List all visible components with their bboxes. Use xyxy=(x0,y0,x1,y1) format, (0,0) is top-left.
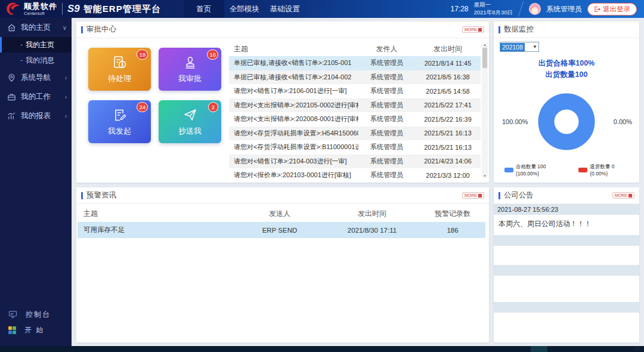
notice-item-empty xyxy=(494,235,639,265)
col-sender: 发件人 xyxy=(358,44,415,54)
tab-home[interactable]: 首页 xyxy=(184,0,224,18)
legend-pass: 合格数量 100 (100.00%) xyxy=(504,163,570,177)
col-subject: 主题 xyxy=(229,44,358,54)
alert-info-panel: 预警资讯 MORE 主题 发送人 发出时间 预警记录数 可用库存不足 ERP S… xyxy=(76,187,489,342)
chart-legend: 合格数量 100 (100.00%) 退货数量 0 (0.00%) xyxy=(500,162,633,180)
ship-qty-text: 出货数量100 xyxy=(500,69,633,81)
company-notice-panel: 公司公告 MORE 2021-08-27 15:56:23 本周六、周日公司活动… xyxy=(494,187,639,342)
more-grid-icon xyxy=(478,28,482,32)
approval-tiles: 待处理 19 我审批 16 我 xyxy=(76,38,227,183)
approval-row[interactable]: 请您对<销售订单>:2106-001进行[一审] 系统管理员 2021/6/5 … xyxy=(229,84,481,98)
row-sender: 系统管理员 xyxy=(358,129,415,138)
row-time: 2021/3/3 12:00 xyxy=(415,172,481,179)
s9-logo: S9 xyxy=(67,3,80,15)
approval-row[interactable]: 请您对<支出报销单>:202105-0002进行[审核] 系统管理员 2021/… xyxy=(229,98,481,113)
sidebar-item-my-home[interactable]: 我的主页 xyxy=(0,37,72,53)
logo-swirl-icon xyxy=(5,2,20,16)
tile-label: 我审批 xyxy=(178,73,202,84)
more-label: MORE xyxy=(465,193,477,197)
col-sender: 发送人 xyxy=(235,209,324,219)
logo-en-text: Centersoft xyxy=(24,11,57,16)
map-pin-icon xyxy=(7,73,16,82)
tile-label: 我发起 xyxy=(108,126,131,137)
tab-basic-settings[interactable]: 基础设置 xyxy=(265,0,305,18)
logout-label: 退出登录 xyxy=(603,5,630,14)
weekday: 星期一 xyxy=(474,1,513,9)
data-monitor-panel: 数据监控 202108 ▼ 出货合格率100% 出货数量100 100.00% … xyxy=(494,21,639,183)
row-sender: 系统管理员 xyxy=(358,143,415,152)
alert-sender: ERP SEND xyxy=(235,227,324,234)
row-subject: 请您对<存货浮动耗损率设置>:H54R15006002进行[审核] xyxy=(229,129,358,138)
home-icon xyxy=(7,23,16,32)
sidebar-group-my-reports[interactable]: 我的报表 › xyxy=(0,106,72,125)
clock: 17:28 xyxy=(450,5,468,13)
date: 2021年8月30日 xyxy=(474,9,513,17)
legend-swatch-red xyxy=(578,168,587,172)
vertical-scrollbar[interactable]: ▲ ▼ xyxy=(482,43,488,178)
tile-cc-me[interactable]: 抄送我 2 xyxy=(159,100,221,143)
col-subject: 主题 xyxy=(78,209,235,219)
notice-date: 2021-08-27 15:56:23 xyxy=(494,204,639,215)
start-item[interactable]: 开 始 xyxy=(0,322,72,338)
notice-item-empty xyxy=(494,265,639,302)
row-subject: 单据已审核,请接收<销售订单>:2104-002 xyxy=(229,73,358,82)
user-avatar[interactable] xyxy=(529,3,541,15)
period-select[interactable]: 202108 ▼ xyxy=(500,42,539,52)
sidebar-group-my-work[interactable]: 我的工作 › xyxy=(0,87,72,106)
scroll-down-icon[interactable]: ▼ xyxy=(483,174,487,178)
diagonal-divider xyxy=(518,1,524,17)
row-sender: 系统管理员 xyxy=(358,87,415,95)
panel-title: 公司公告 xyxy=(499,190,534,200)
notice-more-button[interactable]: MORE xyxy=(612,192,634,199)
alert-count: 186 xyxy=(420,227,485,234)
sidebar-group-label: 我的工作 xyxy=(21,92,51,102)
approval-row[interactable]: 请您对<存货浮动耗损率设置>:H54R15006002进行[审核] 系统管理员 … xyxy=(229,126,481,141)
logout-button[interactable]: 退出登录 xyxy=(587,3,637,16)
alert-table-header: 主题 发送人 发出时间 预警记录数 xyxy=(78,205,485,222)
sidebar-footer: 控制台 开 始 xyxy=(0,307,72,338)
tile-label: 待处理 xyxy=(108,73,131,84)
row-time: 2021/4/23 14:06 xyxy=(415,158,481,165)
taskbar-accent xyxy=(531,346,547,352)
approval-more-button[interactable]: MORE xyxy=(462,26,484,33)
row-sender: 系统管理员 xyxy=(358,73,415,82)
sidebar-group-my-home[interactable]: 我的主页 ∨ xyxy=(0,18,72,37)
alert-row[interactable]: 可用库存不足 ERP SEND 2021/8/30 17:11 186 xyxy=(78,222,485,238)
company-logo: 顺景软件 Centersoft xyxy=(0,2,57,16)
sidebar-group-label: 我的报表 xyxy=(21,111,51,121)
main-content: 审批中心 MORE 待处理 19 xyxy=(72,18,644,346)
tile-pending[interactable]: 待处理 19 xyxy=(88,48,151,91)
row-time: 2021/8/5 16:38 xyxy=(415,73,481,81)
scroll-up-icon[interactable]: ▲ xyxy=(483,43,487,47)
current-user: 系统管理员 xyxy=(546,4,582,14)
logout-icon xyxy=(594,6,600,13)
paper-plane-icon xyxy=(182,107,198,123)
col-record-count: 预警记录数 xyxy=(420,209,485,219)
console-item[interactable]: 控制台 xyxy=(0,307,72,322)
approval-row[interactable]: 请您对<报价单>:202103-0001进行[审核] 系统管理员 2021/3/… xyxy=(229,168,481,183)
alerts-more-button[interactable]: MORE xyxy=(462,192,484,199)
row-sender: 系统管理员 xyxy=(358,157,415,166)
taskbar[interactable]: ∷∷ xyxy=(0,346,644,352)
col-time: 发出时间 xyxy=(324,209,420,219)
approval-row[interactable]: 单据已审核,请接收<销售订单>:2105-001 系统管理员 2021/8/14… xyxy=(229,56,481,70)
start-label: 开 始 xyxy=(24,325,44,335)
tile-my-initiated[interactable]: 我发起 24 xyxy=(88,100,151,143)
approval-row[interactable]: 请您对<销售订单>:2104-003进行[一审] 系统管理员 2021/4/23… xyxy=(229,155,481,169)
notice-item[interactable]: 2021-08-27 15:56:23 本周六、周日公司活动！！！ xyxy=(494,204,639,235)
tile-my-approvals[interactable]: 我审批 16 xyxy=(159,48,221,91)
sidebar-item-my-messages[interactable]: 我的消息 xyxy=(0,53,72,68)
row-subject: 请您对<存货浮动耗损率设置>:B11000001进行[审核] xyxy=(229,143,358,152)
scroll-thumb[interactable] xyxy=(482,48,487,68)
approval-row[interactable]: 单据已审核,请接收<销售订单>:2104-002 系统管理员 2021/8/5 … xyxy=(229,70,481,85)
approval-row[interactable]: 请您对<支出报销单>:202008-0001进行[审核] 系统管理员 2021/… xyxy=(229,112,481,126)
col-time: 发出时间 xyxy=(415,44,481,54)
approval-row[interactable]: 请您对<存货浮动耗损率设置>:B11000001进行[审核] 系统管理员 202… xyxy=(229,140,481,155)
tab-all-modules[interactable]: 全部模块 xyxy=(224,0,265,18)
chevron-down-icon: ∨ xyxy=(63,24,67,31)
tile-label: 抄送我 xyxy=(178,126,202,137)
row-time: 2021/5/21 16:13 xyxy=(415,144,481,151)
more-label: MORE xyxy=(615,193,627,197)
sidebar-group-system-nav[interactable]: 系统导航 › xyxy=(0,68,72,87)
app-title: 智能ERP管理平台 xyxy=(83,4,161,15)
